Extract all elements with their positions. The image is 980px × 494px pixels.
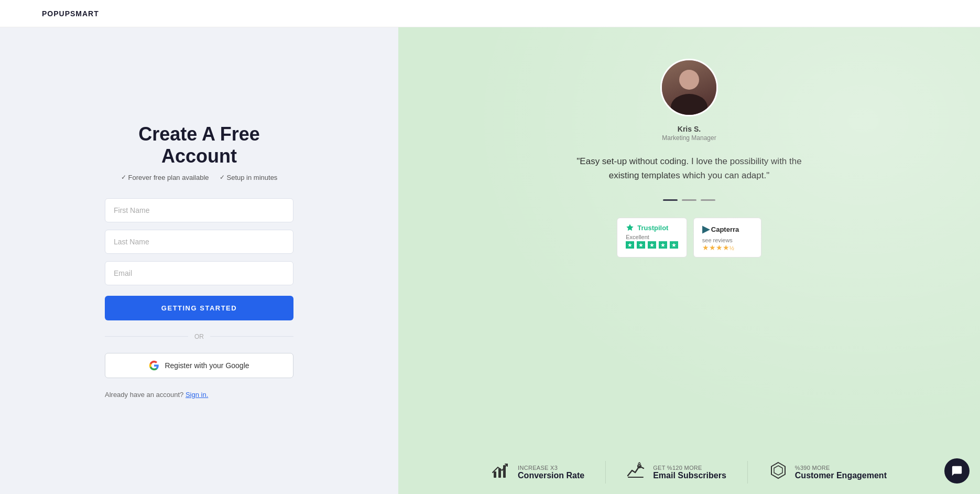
page-title: Create A Free Account (105, 123, 293, 167)
stat-item-conversion: INCREASE X3 Conversion Rate (471, 461, 606, 484)
dot-2[interactable] (682, 199, 696, 201)
svg-rect-1 (494, 471, 496, 478)
trustpilot-label: Excellent (626, 234, 649, 240)
capterra-arrow-icon: ▶ (702, 223, 710, 235)
stat-text-conversion: INCREASE X3 Conversion Rate (518, 465, 584, 480)
capterra-logo: ▶ Capterra (702, 223, 739, 235)
svg-marker-7 (774, 466, 782, 475)
dots-indicator (663, 199, 715, 201)
person-title: Marketing Manager (662, 134, 716, 142)
header: POPUPSMART (0, 0, 980, 27)
stat-text-email: GET %120 MORE Email Subscribers (653, 465, 726, 480)
form-container: Create A Free Account ✓ Forever free pla… (105, 123, 293, 399)
avatar (660, 59, 718, 116)
stat-item-engagement: %390 MORE Customer Engagement (748, 461, 908, 484)
last-name-group (105, 230, 293, 254)
avatar-image (662, 60, 716, 115)
hexagon-icon (769, 461, 788, 484)
google-button-label: Register with your Google (165, 361, 249, 370)
divider-text: OR (194, 333, 204, 340)
feature-text-1: Forever free plan available (128, 174, 209, 181)
submit-button[interactable]: GETTING STARTED (105, 296, 293, 320)
right-panel: Kris S. Marketing Manager "Easy set-up w… (398, 27, 980, 494)
dot-3[interactable] (701, 199, 715, 201)
logo: POPUPSMART (42, 9, 99, 18)
chart-line-icon (627, 461, 646, 484)
trustpilot-star-icon (626, 223, 634, 232)
trustpilot-header: Trustpilot (626, 223, 668, 232)
stat-item-email: GET %120 MORE Email Subscribers (606, 461, 748, 484)
google-register-button[interactable]: Register with your Google (105, 353, 293, 378)
svg-rect-4 (628, 477, 644, 478)
last-name-input[interactable] (105, 230, 293, 254)
dot-1[interactable] (663, 199, 678, 201)
first-name-input[interactable] (105, 198, 293, 222)
feature-item-1: ✓ Forever free plan available (121, 174, 209, 181)
rating-badges: Trustpilot Excellent ★ ★ ★ ★ ★ ▶ (617, 218, 761, 257)
testimonial-section: Kris S. Marketing Manager "Easy set-up w… (563, 59, 815, 283)
stat-label-large-engagement: Customer Engagement (795, 471, 887, 480)
svg-marker-0 (627, 224, 634, 231)
trustpilot-logo: Trustpilot (637, 224, 668, 232)
trustpilot-stars: ★ ★ ★ ★ ★ (626, 240, 678, 249)
chat-icon (951, 465, 963, 477)
testimonial-quote: "Easy set-up without coding. I love the … (563, 154, 815, 182)
google-icon (149, 360, 159, 371)
feature-item-2: ✓ Setup in minutes (220, 174, 278, 181)
svg-marker-6 (771, 463, 785, 478)
stat-label-small-engagement: %390 MORE (795, 465, 887, 471)
capterra-label: see reviews (702, 237, 733, 243)
person-name: Kris S. (678, 125, 701, 133)
main-layout: Create A Free Account ✓ Forever free pla… (0, 0, 980, 494)
feature-list: ✓ Forever free plan available ✓ Setup in… (105, 174, 293, 181)
stat-label-large-email: Email Subscribers (653, 471, 726, 480)
chat-button[interactable] (944, 458, 970, 484)
first-name-group (105, 198, 293, 222)
capterra-header: ▶ Capterra (702, 223, 739, 235)
sign-in-text: Already have an account? Sign in. (105, 391, 293, 399)
feature-text-2: Setup in minutes (227, 174, 278, 181)
trustpilot-badge: Trustpilot Excellent ★ ★ ★ ★ ★ (617, 218, 687, 257)
stat-text-engagement: %390 MORE Customer Engagement (795, 465, 887, 480)
capterra-badge: ▶ Capterra see reviews ★★★★½ (693, 218, 761, 257)
capterra-name: Capterra (711, 225, 739, 233)
stat-label-small-email: GET %120 MORE (653, 465, 726, 471)
left-panel: Create A Free Account ✓ Forever free pla… (0, 27, 398, 494)
email-input[interactable] (105, 261, 293, 285)
sign-in-link[interactable]: Sign in. (186, 391, 208, 399)
email-group (105, 261, 293, 285)
capterra-stars: ★★★★½ (702, 243, 734, 252)
check-icon-2: ✓ (220, 174, 225, 181)
stat-label-large-conversion: Conversion Rate (518, 471, 584, 480)
check-icon-1: ✓ (121, 174, 126, 181)
divider: OR (105, 333, 293, 340)
stat-label-small-conversion: INCREASE X3 (518, 465, 584, 471)
bottom-stats: INCREASE X3 Conversion Rate GET %120 MOR… (398, 461, 980, 484)
chart-up-icon (492, 461, 510, 484)
